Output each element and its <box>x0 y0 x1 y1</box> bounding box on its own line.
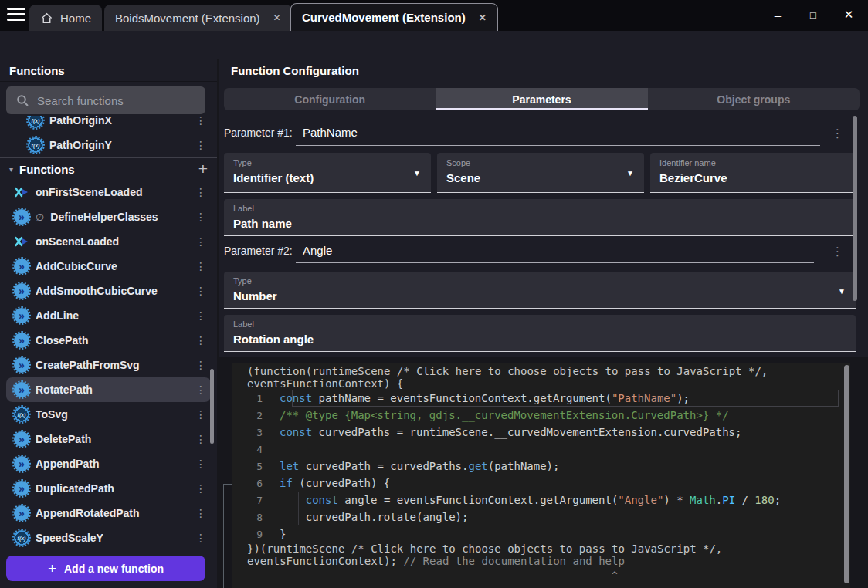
function-expression-icon: f(x) <box>14 530 29 546</box>
code-line-6[interactable]: 6if (curvedPath) { <box>232 475 850 492</box>
search-functions-input[interactable] <box>37 94 184 107</box>
sidebar-item-CreatePathFromSvg[interactable]: »CreatePathFromSvg⋮ <box>6 353 211 377</box>
search-functions-field[interactable] <box>6 86 205 114</box>
javascript-code-editor[interactable]: (function(runtimeScene /* Click here to … <box>232 363 850 588</box>
collapse-caret-icon[interactable]: ^ <box>612 569 618 581</box>
action-function-icon: » <box>14 456 29 471</box>
empty-set-icon: ∅ <box>36 211 44 223</box>
documentation-link[interactable]: Read the documentation and help <box>423 555 625 567</box>
sidebar-item-AppendRotatedPath[interactable]: »AppendRotatedPath⋮ <box>6 501 211 525</box>
parameter-1-menu-icon[interactable]: ⋮ <box>832 127 843 140</box>
sidebar-item-ClosePath[interactable]: »ClosePath⋮ <box>6 328 211 353</box>
window-close-button[interactable]: ✕ <box>837 5 860 25</box>
action-function-icon: » <box>14 308 29 323</box>
hamburger-menu-icon[interactable] <box>7 8 25 22</box>
item-menu-icon[interactable]: ⋮ <box>195 211 206 223</box>
sidebar-item-label: PathOriginY <box>49 139 112 151</box>
functions-section-header[interactable]: ▾Functions+ <box>0 158 217 180</box>
parameter-1-scope-select[interactable]: Scope Scene ▼ <box>437 153 644 193</box>
item-menu-icon[interactable]: ⋮ <box>195 235 206 248</box>
code-line-7[interactable]: 7 const angle = eventsFunctionContext.ge… <box>232 492 850 509</box>
item-menu-icon[interactable]: ⋮ <box>195 532 206 544</box>
tab-boids-movement[interactable]: BoidsMovement (Extension) ✕ <box>104 5 292 31</box>
sidebar-item-SpeedScaleY[interactable]: f(x)SpeedScaleY⋮ <box>6 525 211 550</box>
parameters-scrollbar[interactable] <box>853 116 857 301</box>
tab-curved-movement[interactable]: CurvedMovement (Extension) ✕ <box>290 3 498 31</box>
sidebar-item-PathOriginY[interactable]: f(x)PathOriginY⋮ <box>6 133 211 157</box>
item-menu-icon[interactable]: ⋮ <box>195 116 206 127</box>
sidebar-item-label: CreatePathFromSvg <box>36 359 140 371</box>
sidebar-item-DefineHelperClasses[interactable]: »∅DefineHelperClasses⋮ <box>6 204 211 229</box>
sidebar-item-PathOriginX[interactable]: f(x)PathOriginX⋮ <box>6 116 211 133</box>
add-new-function-button[interactable]: + Add a new function <box>6 556 205 581</box>
item-menu-icon[interactable]: ⋮ <box>195 139 206 151</box>
function-expression-icon: f(x) <box>14 407 29 422</box>
sidebar-item-AppendPath[interactable]: »AppendPath⋮ <box>6 451 211 476</box>
code-line-3[interactable]: 3const curvedPaths = runtimeScene.__curv… <box>232 424 850 441</box>
window-minimize-button[interactable]: – <box>766 5 789 25</box>
item-menu-icon[interactable]: ⋮ <box>195 359 206 371</box>
add-new-function-label: Add a new function <box>64 563 164 575</box>
sidebar-item-RotatePath[interactable]: »RotatePath⋮ <box>6 377 211 402</box>
close-tab-icon[interactable]: ✕ <box>273 12 281 23</box>
sidebar-item-onFirstSceneLoaded[interactable]: onFirstSceneLoaded⋮ <box>6 180 211 204</box>
tab-configuration[interactable]: Configuration <box>224 88 436 110</box>
tab-parameters[interactable]: Parameters <box>436 88 647 110</box>
sidebar-item-ToSvg[interactable]: f(x)ToSvg⋮ <box>6 402 211 427</box>
sidebar-item-DuplicatedPath[interactable]: »DuplicatedPath⋮ <box>6 476 211 501</box>
code-line-8[interactable]: 8 curvedPath.rotate(angle); <box>232 509 850 525</box>
line-number: 8 <box>232 512 280 523</box>
tab-home[interactable]: Home <box>29 5 102 31</box>
sidebar-item-label: AddSmoothCubicCurve <box>36 285 158 297</box>
parameter-1-identifier-input[interactable]: Identifier name BezierCurve <box>650 153 856 193</box>
item-menu-icon[interactable]: ⋮ <box>195 458 206 470</box>
sidebar-scrollbar[interactable] <box>210 369 214 444</box>
sidebar-item-label: ClosePath <box>36 334 88 346</box>
parameter-1-label-input[interactable]: Label Path name <box>224 199 856 236</box>
sidebar-item-DeletePath[interactable]: »DeletePath⋮ <box>6 427 211 451</box>
line-number: 9 <box>232 529 280 540</box>
action-function-icon: » <box>14 481 29 496</box>
collapse-caret-icon[interactable]: ▾ <box>9 165 13 174</box>
item-menu-icon[interactable]: ⋮ <box>195 384 206 396</box>
function-expression-icon: f(x) <box>28 137 43 153</box>
code-wrapper-header-line-1[interactable]: (function(runtimeScene /* Click here to … <box>247 365 768 377</box>
main-toolbar: Preview Share ↶ ↷ <box>0 31 868 59</box>
sidebar-item-AddCubicCurve[interactable]: »AddCubicCurve⋮ <box>6 254 211 279</box>
sidebar-item-AddLine[interactable]: »AddLine⋮ <box>6 303 211 328</box>
code-line-1[interactable]: 1const pathName = eventsFunctionContext.… <box>232 390 850 407</box>
item-menu-icon[interactable]: ⋮ <box>195 507 206 519</box>
code-editor-scrollbar[interactable] <box>844 365 849 583</box>
code-line-5[interactable]: 5let curvedPath = curvedPaths.get(pathNa… <box>232 458 850 475</box>
item-menu-icon[interactable]: ⋮ <box>195 260 206 272</box>
code-line-9[interactable]: 9} <box>232 525 850 542</box>
sidebar-item-AddSmoothCubicCurve[interactable]: »AddSmoothCubicCurve⋮ <box>6 279 211 303</box>
parameter-1-name-input[interactable]: PathName <box>303 126 358 139</box>
tab-object-groups[interactable]: Object groups <box>648 88 860 110</box>
plus-icon: + <box>48 560 56 577</box>
parameter-2-menu-icon[interactable]: ⋮ <box>832 245 843 259</box>
code-line-2[interactable]: 2/** @type {Map<string, gdjs.__curvedMov… <box>232 407 850 424</box>
item-menu-icon[interactable]: ⋮ <box>195 186 206 198</box>
field-label: Label <box>233 204 254 213</box>
parameter-1-type-select[interactable]: Type Identifier (text) ▼ <box>224 153 431 193</box>
window-maximize-button[interactable]: □ <box>802 5 825 25</box>
item-menu-icon[interactable]: ⋮ <box>195 285 206 297</box>
item-menu-icon[interactable]: ⋮ <box>195 433 206 445</box>
field-value: Path name <box>233 217 292 230</box>
parameter-2-type-select[interactable]: Type Number ▼ <box>224 272 856 309</box>
parameter-2-label-input[interactable]: Label Rotation angle <box>224 315 856 352</box>
sidebar-item-label: AppendRotatedPath <box>36 507 140 519</box>
parameter-2-name-input[interactable]: Angle <box>303 244 332 257</box>
close-tab-icon[interactable]: ✕ <box>479 12 487 23</box>
code-line-4[interactable]: 4 <box>232 441 850 458</box>
code-lines[interactable]: 1const pathName = eventsFunctionContext.… <box>232 390 850 542</box>
item-menu-icon[interactable]: ⋮ <box>195 482 206 495</box>
sidebar-item-onSceneLoaded[interactable]: onSceneLoaded⋮ <box>6 229 211 254</box>
code-wrapper-header-line-2[interactable]: eventsFunctionContext) { <box>247 377 403 390</box>
item-menu-icon[interactable]: ⋮ <box>195 309 206 322</box>
sidebar-item-label: DeletePath <box>36 433 91 445</box>
add-function-plus-icon[interactable]: + <box>198 160 208 178</box>
item-menu-icon[interactable]: ⋮ <box>195 408 206 421</box>
item-menu-icon[interactable]: ⋮ <box>195 334 206 346</box>
